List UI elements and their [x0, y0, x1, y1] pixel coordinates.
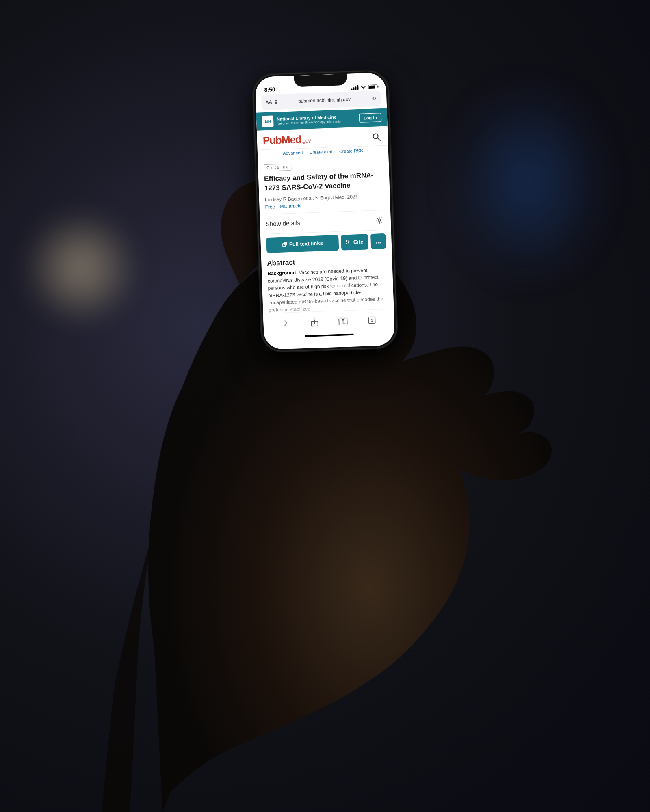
login-button[interactable]: Log in [359, 113, 382, 123]
url-text[interactable]: pubmed.ncbi.nlm.nih.gov [280, 96, 368, 105]
search-button[interactable] [370, 131, 382, 143]
action-buttons: Full text links Cite ... [266, 233, 386, 253]
external-link-icon [282, 242, 287, 247]
pubmed-logo-gov: .gov [301, 137, 311, 144]
nav-create-rss[interactable]: Create RSS [339, 148, 363, 154]
battery-icon [368, 84, 377, 89]
abstract-heading: Abstract [267, 255, 387, 267]
show-details-label[interactable]: Show details [266, 219, 301, 227]
search-icon [372, 133, 381, 141]
show-details-row: Show details [265, 210, 386, 234]
share-icon [310, 317, 319, 327]
pubmed-logo-m: M [281, 134, 290, 146]
abstract-text: Background: Vaccines are needed to preve… [267, 266, 388, 313]
cite-button[interactable]: Cite [341, 234, 368, 250]
phone-frame: 8:50 [253, 71, 397, 351]
pubmed-logo: PubMed.gov [262, 133, 311, 147]
nih-branding: NIH National Library of Medicine Nationa… [262, 113, 343, 127]
phone: 8:50 [253, 71, 397, 351]
share-button[interactable] [308, 315, 321, 328]
home-bar [305, 334, 354, 337]
svg-line-2 [378, 138, 380, 140]
clinical-trial-badge: Clinical Trial [264, 164, 291, 171]
lock-icon [274, 100, 277, 104]
squares-icon: 1 [368, 315, 376, 324]
background-lamp-glow [24, 211, 138, 325]
full-text-links-button[interactable]: Full text links [266, 235, 339, 253]
chevron-right-icon [283, 318, 289, 327]
pubmed-logo-ed: ed [290, 133, 301, 146]
article-title: Efficacy and Safety of the mRNA-1273 SAR… [264, 171, 384, 193]
article-section: Clinical Trial Efficacy and Safety of th… [258, 155, 394, 320]
back-button[interactable] [280, 317, 292, 329]
nav-advanced[interactable]: Advanced [283, 150, 303, 156]
book-open-icon [338, 317, 348, 325]
gear-button[interactable] [373, 214, 385, 226]
abstract-bold-label: Background: [267, 270, 297, 276]
pubmed-logo-pub: Pub [262, 134, 282, 147]
svg-text:1: 1 [370, 318, 373, 322]
nih-text-block: National Library of Medicine National Ce… [277, 114, 343, 125]
status-time: 8:50 [264, 86, 275, 93]
svg-rect-0 [275, 102, 277, 104]
signal-icon [351, 85, 358, 90]
url-aa-button[interactable]: AA [265, 99, 272, 105]
abstract-section: Abstract Background: Vaccines are needed… [267, 253, 388, 315]
gear-icon [376, 216, 384, 224]
bottom-nav-container: 1 [263, 309, 395, 341]
nih-logo: NIH [262, 115, 274, 127]
background-blue-glow [447, 81, 609, 284]
bookmarks-button[interactable] [337, 315, 349, 327]
phone-screen: 8:50 [255, 73, 395, 350]
svg-point-3 [378, 219, 381, 221]
wifi-icon [360, 85, 366, 89]
quote-icon [346, 240, 352, 244]
scene: 8:50 [0, 0, 650, 812]
status-icons [351, 84, 377, 90]
more-button[interactable]: ... [370, 233, 386, 249]
notch [294, 74, 347, 87]
nav-create-alert[interactable]: Create alert [309, 149, 333, 155]
tabs-button[interactable]: 1 [366, 313, 378, 326]
reload-icon[interactable]: ↻ [371, 95, 377, 101]
